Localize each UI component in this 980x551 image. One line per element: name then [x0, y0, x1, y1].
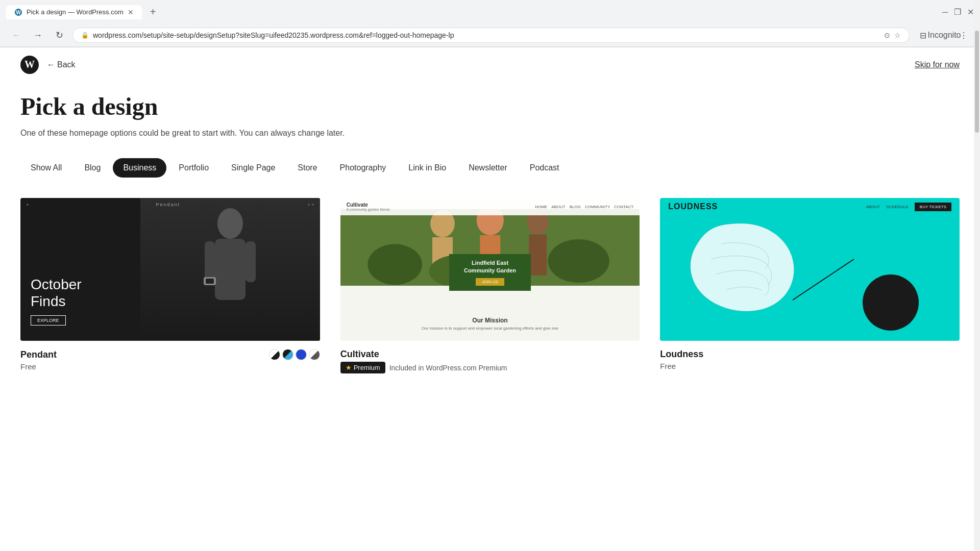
pendant-dot	[27, 204, 29, 206]
scrollbar-thumb[interactable]	[975, 31, 979, 133]
url-text: wordpress.com/setup/site-setup/designSet…	[93, 31, 880, 39]
menu-button[interactable]: ⋮	[955, 27, 972, 43]
back-nav-button[interactable]: ←	[8, 27, 24, 43]
pendant-preview-header: Pendant	[20, 202, 320, 207]
window-controls: ─ ❐ ✕	[942, 7, 974, 17]
back-chevron-icon: ←	[47, 60, 55, 69]
swatch-4[interactable]	[309, 349, 320, 360]
browser-chrome: W Pick a design — WordPress.com ✕ + ─ ❐ …	[0, 0, 980, 47]
cultivate-price-row: ★ Premium Included in WordPress.com Prem…	[340, 362, 640, 373]
cultivate-header-left: Cultivate A community garden theme	[347, 202, 390, 211]
theme-card-pendant[interactable]: Pendant	[20, 198, 320, 373]
cultivate-mission-title: Our Mission	[340, 317, 640, 324]
new-tab-button[interactable]: +	[146, 4, 160, 20]
main-content: Pick a design One of these homepage opti…	[0, 82, 980, 394]
svg-rect-17	[529, 235, 547, 276]
cultivate-overlay: Lindfield East Community Garden JOIN US	[449, 254, 531, 291]
loudness-preview: LOUDNESS ABOUT SCHEDULE BUY TICKETS	[660, 198, 960, 341]
browser-toolbar-right: ⊟ Incognito ⋮	[915, 27, 972, 43]
restore-button[interactable]: ❐	[954, 7, 961, 17]
forward-nav-button[interactable]: →	[30, 27, 46, 43]
pendant-price-row: Free	[20, 362, 320, 371]
back-link[interactable]: ← Back	[47, 60, 76, 69]
filter-tab-photography[interactable]: Photography	[330, 158, 397, 178]
incognito-button[interactable]: Incognito	[935, 27, 951, 43]
pendant-price: Free	[20, 362, 36, 371]
swatch-3[interactable]	[296, 349, 307, 360]
minimize-button[interactable]: ─	[942, 8, 948, 17]
svg-rect-6	[215, 239, 246, 300]
pendant-theme-info: Pendant	[20, 349, 320, 360]
cultivate-theme-info: Cultivate	[340, 349, 640, 360]
svg-text:W: W	[16, 10, 21, 15]
cultivate-mission-text: Our mission is to support and empower lo…	[340, 326, 640, 331]
pendant-color-swatches	[269, 349, 320, 360]
browser-toolbar: ← → ↻ 🔒 wordpress.com/setup/site-setup/d…	[0, 24, 980, 47]
tab-favicon-icon: W	[14, 8, 22, 16]
filter-tab-portfolio[interactable]: Portfolio	[168, 158, 219, 178]
pendant-dot	[308, 204, 310, 206]
cultivate-premium-label: Premium	[354, 364, 380, 371]
filter-tab-store[interactable]: Store	[287, 158, 327, 178]
cultivate-nav-3: BLOG	[570, 205, 581, 209]
top-navigation: W ← Back Skip for now	[0, 47, 980, 82]
loudness-theme-name: Loudness	[660, 349, 703, 360]
cultivate-overlay-title: Lindfield East Community Garden	[457, 259, 523, 275]
svg-line-21	[793, 259, 854, 300]
theme-card-cultivate[interactable]: Cultivate A community garden theme HOME …	[340, 198, 640, 373]
filter-tab-show-all[interactable]: Show All	[20, 158, 72, 178]
tab-title-text: Pick a design — WordPress.com	[27, 8, 124, 16]
svg-rect-10	[206, 279, 214, 284]
media-icon: ⊙	[884, 31, 890, 39]
pendant-logo: Pendant	[156, 202, 181, 207]
filter-tab-business[interactable]: Business	[113, 158, 166, 178]
swatch-1[interactable]	[269, 349, 280, 360]
page-scrollbar[interactable]	[974, 0, 980, 551]
pendant-heading: October Finds	[31, 276, 82, 310]
filter-tabs: Show All Blog Business Portfolio Single …	[20, 158, 960, 178]
pendant-explore-btn: EXPLORE	[31, 315, 66, 325]
page-subtitle: One of these homepage options could be g…	[20, 129, 960, 138]
swatch-2[interactable]	[282, 349, 293, 360]
filter-tab-single-page[interactable]: Single Page	[221, 158, 285, 178]
svg-point-20	[548, 239, 609, 283]
close-tab-button[interactable]: ✕	[128, 8, 134, 16]
filter-tab-podcast[interactable]: Podcast	[520, 158, 570, 178]
svg-point-18	[368, 244, 422, 285]
reload-button[interactable]: ↻	[51, 27, 67, 43]
cultivate-nav-4: COMMUNITY	[585, 205, 610, 209]
pendant-person-svg	[200, 203, 261, 336]
wordpress-logo: W	[20, 56, 39, 74]
cultivate-join-btn[interactable]: JOIN US	[476, 278, 504, 286]
cultivate-header: Cultivate A community garden theme HOME …	[340, 198, 640, 215]
loudness-price: Free	[660, 362, 676, 370]
cultivate-preview: Cultivate A community garden theme HOME …	[340, 198, 640, 341]
address-bar[interactable]: 🔒 wordpress.com/setup/site-setup/designS…	[72, 28, 910, 43]
cultivate-nav-2: ABOUT	[551, 205, 566, 209]
browser-tab[interactable]: W Pick a design — WordPress.com ✕	[6, 5, 142, 19]
star-icon[interactable]: ☆	[894, 31, 901, 39]
pendant-text-area: October Finds EXPLORE	[31, 276, 82, 325]
cultivate-theme-name: Cultivate	[340, 349, 379, 360]
cultivate-subtitle: A community garden theme	[347, 208, 390, 211]
filter-tab-blog[interactable]: Blog	[74, 158, 111, 178]
filter-tab-newsletter[interactable]: Newsletter	[458, 158, 518, 178]
theme-card-loudness[interactable]: LOUDNESS ABOUT SCHEDULE BUY TICKETS	[660, 198, 960, 373]
pendant-dot	[312, 204, 314, 206]
theme-grid: Pendant	[20, 198, 960, 373]
close-window-button[interactable]: ✕	[967, 7, 974, 17]
filter-tab-link-in-bio[interactable]: Link in Bio	[398, 158, 456, 178]
skip-for-now-button[interactable]: Skip for now	[915, 60, 960, 69]
top-nav-left: W ← Back	[20, 56, 76, 74]
cultivate-included-text: Included in WordPress.com Premium	[389, 364, 507, 372]
back-link-label: Back	[57, 60, 76, 69]
pendant-person-image	[140, 198, 320, 341]
loudness-theme-info: Loudness	[660, 349, 960, 360]
page-title: Pick a design	[20, 92, 960, 120]
cultivate-nav: HOME ABOUT BLOG COMMUNITY CONTACT	[535, 205, 633, 209]
cultivate-logo: Cultivate	[347, 202, 390, 208]
pendant-preview: Pendant	[20, 198, 320, 341]
svg-rect-8	[246, 241, 256, 282]
pendant-theme-name: Pendant	[20, 349, 57, 360]
cultivate-nav-5: CONTACT	[614, 205, 633, 209]
